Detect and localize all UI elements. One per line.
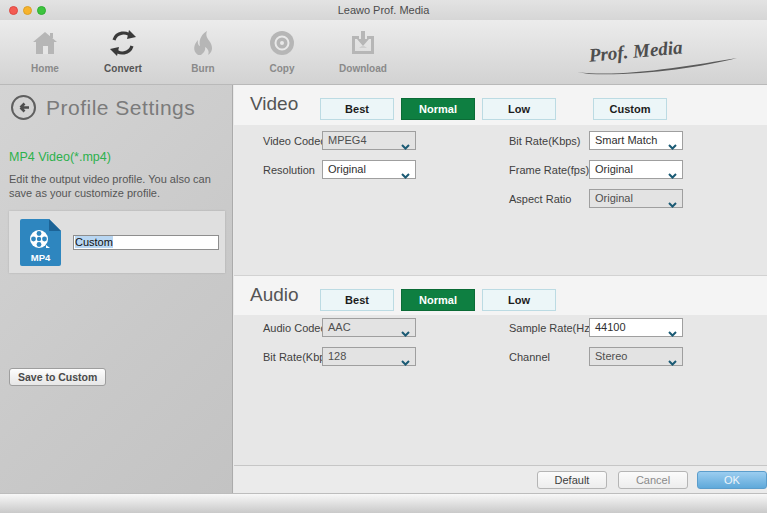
audio-codec-label: Audio Codec (263, 322, 326, 334)
chevron-down-icon (401, 354, 410, 371)
brand-signature-text: Prof. Media (587, 36, 684, 65)
profile-description: Edit the output video profile. You also … (9, 172, 221, 200)
nav-home[interactable]: Home (13, 26, 77, 80)
sample-rate-label: Sample Rate(Hz) (509, 322, 593, 334)
video-quality-custom-button[interactable]: Custom (593, 98, 667, 120)
default-button[interactable]: Default (537, 471, 607, 489)
chevron-down-icon (668, 354, 677, 371)
nav-copy-label: Copy (250, 63, 314, 74)
mp4-badge: MP4 (31, 252, 51, 263)
video-bitrate-value: Smart Match (595, 134, 657, 146)
resolution-select[interactable]: Original (322, 160, 416, 179)
nav-burn[interactable]: Burn (171, 26, 235, 80)
audio-quality-low-button[interactable]: Low (482, 289, 556, 311)
action-button-bar: Default Cancel OK (234, 465, 767, 493)
resolution-label: Resolution (263, 164, 315, 176)
chevron-down-icon (401, 325, 410, 342)
chevron-down-icon (401, 167, 410, 184)
save-to-custom-button[interactable]: Save to Custom (9, 368, 106, 386)
profile-name-value: Custom (75, 236, 113, 248)
page-title: Profile Settings (46, 96, 195, 120)
nav-convert[interactable]: Convert (91, 26, 155, 80)
video-codec-select[interactable]: MPEG4 (322, 131, 416, 150)
nav-download[interactable]: Download (331, 26, 395, 80)
video-quality-normal-button[interactable]: Normal (401, 98, 475, 120)
audio-quality-best-button[interactable]: Best (320, 289, 394, 311)
custom-profile-row: MP4 Custom (9, 211, 225, 273)
ok-button[interactable]: OK (697, 471, 767, 489)
video-codec-value: MPEG4 (328, 134, 367, 146)
nav-home-label: Home (13, 63, 77, 74)
profile-sidebar: Profile Settings MP4 Video(*.mp4) Edit t… (0, 85, 233, 493)
video-section-header: Video Best Normal Low Custom (234, 85, 767, 125)
channel-select[interactable]: Stereo (589, 347, 683, 366)
audio-codec-value: AAC (328, 321, 351, 333)
audio-bitrate-value: 128 (328, 350, 346, 362)
mp4-file-icon: MP4 (20, 219, 61, 266)
resolution-value: Original (328, 163, 366, 175)
copy-disc-icon (250, 28, 314, 60)
video-bitrate-label: Bit Rate(Kbps) (509, 135, 581, 147)
cancel-button[interactable]: Cancel (618, 471, 688, 489)
channel-value: Stereo (595, 350, 627, 362)
audio-section-header: Audio Best Normal Low (234, 275, 767, 315)
frame-rate-select[interactable]: Original (589, 160, 683, 179)
video-codec-label: Video Codec (263, 135, 326, 147)
profile-name-input[interactable]: Custom (73, 235, 219, 250)
profile-format-label: MP4 Video(*.mp4) (9, 150, 111, 164)
settings-panel: Video Best Normal Low Custom Video Codec… (234, 85, 767, 493)
chevron-down-icon (668, 325, 677, 342)
download-icon (331, 28, 395, 60)
chevron-down-icon (668, 196, 677, 213)
status-footer (0, 493, 767, 513)
video-quality-best-button[interactable]: Best (320, 98, 394, 120)
window-title: Leawo Prof. Media (0, 4, 767, 16)
frame-rate-label: Frame Rate(fps) (509, 164, 589, 176)
nav-burn-label: Burn (171, 63, 235, 74)
sample-rate-value: 44100 (595, 321, 626, 333)
titlebar: Leawo Prof. Media (0, 0, 767, 20)
nav-copy[interactable]: Copy (250, 26, 314, 80)
audio-bitrate-select[interactable]: 128 (322, 347, 416, 366)
app-window: Leawo Prof. Media Home Convert Burn Cop (0, 0, 767, 513)
aspect-ratio-value: Original (595, 192, 633, 204)
nav-convert-label: Convert (91, 63, 155, 74)
chevron-down-icon (668, 167, 677, 184)
aspect-ratio-label: Aspect Ratio (509, 193, 571, 205)
home-icon (13, 28, 77, 60)
nav-download-label: Download (331, 63, 395, 74)
audio-codec-select[interactable]: AAC (322, 318, 416, 337)
convert-icon (91, 28, 155, 60)
video-quality-low-button[interactable]: Low (482, 98, 556, 120)
brand-signature: Prof. Media (559, 28, 749, 80)
frame-rate-value: Original (595, 163, 633, 175)
audio-section-title: Audio (250, 284, 299, 306)
burn-icon (171, 28, 235, 60)
channel-label: Channel (509, 351, 550, 363)
aspect-ratio-select[interactable]: Original (589, 189, 683, 208)
chevron-down-icon (668, 138, 677, 155)
video-bitrate-select[interactable]: Smart Match (589, 131, 683, 150)
chevron-down-icon (401, 138, 410, 155)
sample-rate-select[interactable]: 44100 (589, 318, 683, 337)
video-section-title: Video (250, 93, 298, 115)
back-button[interactable] (10, 94, 37, 121)
main-toolbar: Home Convert Burn Copy Download (0, 20, 767, 85)
audio-quality-normal-button[interactable]: Normal (401, 289, 475, 311)
